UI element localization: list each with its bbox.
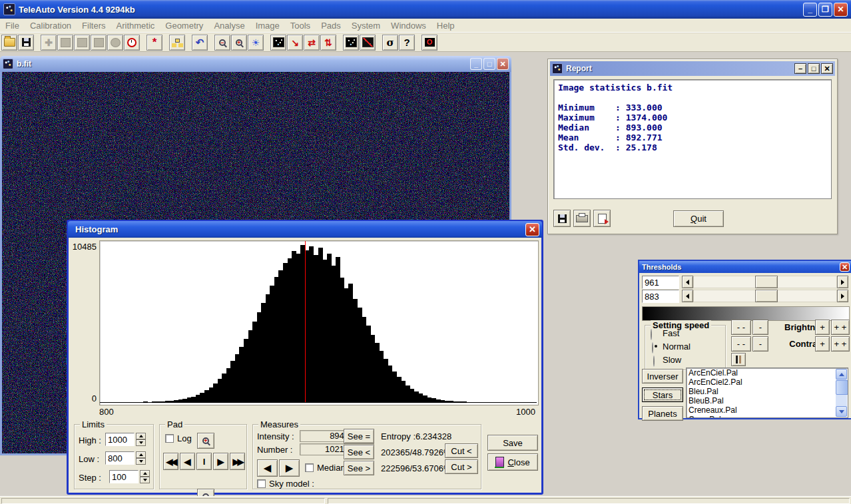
report-titlebar[interactable]: Report – □ ✕ xyxy=(550,61,835,76)
contrast-plus2-button[interactable]: + + xyxy=(831,336,850,352)
mirror-button[interactable]: ⇅ xyxy=(320,35,336,51)
scrollbar-thumb[interactable] xyxy=(755,290,778,302)
open-button[interactable] xyxy=(1,35,17,51)
pad-zoom-in-button[interactable]: + xyxy=(197,433,214,449)
histogram-close-button[interactable]: ✕ xyxy=(525,223,539,236)
zoom-in-button[interactable]: + xyxy=(231,35,247,51)
restore-button[interactable]: ❐ xyxy=(818,3,832,17)
log-checkbox[interactable] xyxy=(165,434,174,443)
threshold-low-scrollbar[interactable] xyxy=(682,290,848,302)
save-button[interactable] xyxy=(18,35,34,51)
brightness-plus-button[interactable]: + xyxy=(815,320,830,335)
tool-button-1[interactable] xyxy=(57,35,73,51)
histogram-titlebar[interactable]: Histogram ✕ xyxy=(68,221,542,238)
pad-prev-button[interactable]: ◀ xyxy=(180,453,195,470)
scroll-right-button[interactable] xyxy=(837,290,848,302)
scroll-left-button[interactable] xyxy=(682,276,693,288)
scrollbar-thumb[interactable] xyxy=(755,276,778,288)
threshold-low-input[interactable] xyxy=(643,290,679,302)
high-spinner[interactable] xyxy=(136,433,146,446)
close-button[interactable]: ✕ xyxy=(834,3,848,17)
menu-windows[interactable]: Windows xyxy=(386,19,431,32)
threshold-high-input[interactable] xyxy=(643,276,679,288)
sky-model-checkbox[interactable] xyxy=(257,479,266,488)
menu-analyse[interactable]: Analyse xyxy=(208,19,250,32)
scroll-right-button[interactable] xyxy=(837,276,848,288)
measure-right-button[interactable]: ▶ xyxy=(279,459,300,477)
palette-item[interactable]: BleuB.Pal xyxy=(687,396,848,405)
palette-item[interactable]: Cyan.Pal xyxy=(687,415,848,418)
scroll-up-button[interactable] xyxy=(836,369,847,379)
contrast-minus-button[interactable]: - xyxy=(752,336,768,352)
brightness-minus-button[interactable]: - xyxy=(752,320,768,335)
help-button[interactable]: ? xyxy=(399,35,415,51)
see-equal-button[interactable]: See = xyxy=(344,429,374,443)
palette-item[interactable]: ArcEnCiel.Pal xyxy=(687,368,848,378)
palette-scrollbar[interactable] xyxy=(836,369,847,417)
flowchart-button[interactable] xyxy=(169,35,185,51)
marker-button[interactable]: * xyxy=(146,35,162,51)
palette-item[interactable]: ArcEnCiel2.Pal xyxy=(687,378,848,387)
pad-next-button[interactable]: ▶ xyxy=(213,453,228,470)
planets-button[interactable]: Planets xyxy=(642,406,683,421)
undo-button[interactable]: ↶ xyxy=(192,35,208,51)
cut-above-button[interactable]: Cut > xyxy=(445,459,478,474)
cut-below-button[interactable]: Cut < xyxy=(445,443,478,458)
report-export-button[interactable] xyxy=(593,210,611,227)
bfit-titlebar[interactable]: b.fit _ □ ✕ xyxy=(0,56,511,72)
quit-button[interactable]: Quit xyxy=(673,210,724,227)
contrast-plus-button[interactable]: + xyxy=(815,336,830,352)
lamp-button[interactable] xyxy=(107,35,123,51)
sigma-button[interactable]: σ xyxy=(382,35,398,51)
measure-left-button[interactable]: ◀ xyxy=(257,459,278,477)
brightness-minus2-button[interactable]: - - xyxy=(731,320,751,335)
zoom-out-button[interactable]: − xyxy=(214,35,230,51)
menu-filters[interactable]: Filters xyxy=(77,19,111,32)
bfit-close-button[interactable]: ✕ xyxy=(497,58,509,70)
noise-frame-button[interactable] xyxy=(270,35,286,51)
tool-button-3[interactable] xyxy=(91,35,107,51)
pad-cursor-button[interactable]: I xyxy=(196,453,212,470)
step-spinner[interactable] xyxy=(140,470,150,483)
palette-item[interactable]: Creneaux.Pal xyxy=(687,405,848,415)
rotate-button[interactable]: ⇄ xyxy=(304,35,320,51)
normal-radio[interactable] xyxy=(652,342,653,354)
palette-listbox[interactable]: ArcEnCiel.Pal ArcEnCiel2.Pal Bleu.Pal Bl… xyxy=(686,368,848,418)
high-input[interactable] xyxy=(106,433,134,445)
menu-geometry[interactable]: Geometry xyxy=(160,19,208,32)
tool-button-2[interactable] xyxy=(74,35,90,51)
low-input[interactable] xyxy=(106,452,134,464)
menu-tools[interactable]: Tools xyxy=(285,19,316,32)
bfit-minimize-button[interactable]: _ xyxy=(470,58,482,70)
transfer-button[interactable] xyxy=(343,35,359,51)
menu-file[interactable]: File xyxy=(0,19,25,32)
fast-radio[interactable] xyxy=(651,329,652,340)
reset-levels-button[interactable] xyxy=(731,353,746,366)
scrollbar-thumb[interactable] xyxy=(836,380,848,395)
brightness-button[interactable]: ☀ xyxy=(248,35,264,51)
pad-rewind-button[interactable]: ◀◀ xyxy=(163,453,178,470)
crop-button[interactable]: ↘ xyxy=(287,35,303,51)
minimize-button[interactable]: _ xyxy=(803,3,817,17)
record-button[interactable]: O xyxy=(422,35,437,51)
menu-calibration[interactable]: Calibration xyxy=(25,19,77,32)
see-above-button[interactable]: See > xyxy=(344,461,374,475)
histogram-plot[interactable] xyxy=(99,240,539,405)
palette-item[interactable]: Bleu.Pal xyxy=(687,387,848,396)
report-minimize-button[interactable]: – xyxy=(794,63,806,74)
threshold-high-scrollbar[interactable] xyxy=(682,276,848,288)
brightness-plus2-button[interactable]: + + xyxy=(831,320,850,335)
report-maximize-button[interactable]: □ xyxy=(808,63,820,74)
save-histogram-button[interactable]: Save xyxy=(487,435,538,451)
step-input[interactable] xyxy=(110,471,138,483)
clock-button[interactable] xyxy=(124,35,140,51)
report-save-button[interactable] xyxy=(553,210,571,227)
report-close-button[interactable]: ✕ xyxy=(821,63,833,74)
main-titlebar[interactable]: TeleAuto Version 4.4 9294kb _ ❐ ✕ xyxy=(0,0,851,19)
thresholds-close-button[interactable]: ✕ xyxy=(840,262,850,272)
thresholds-titlebar[interactable]: Thresholds ✕ xyxy=(639,261,851,273)
pad-forward-button[interactable]: ▶▶ xyxy=(230,453,245,470)
slow-radio[interactable] xyxy=(653,356,655,367)
low-spinner[interactable] xyxy=(136,451,146,465)
mediane-checkbox[interactable] xyxy=(305,463,314,472)
